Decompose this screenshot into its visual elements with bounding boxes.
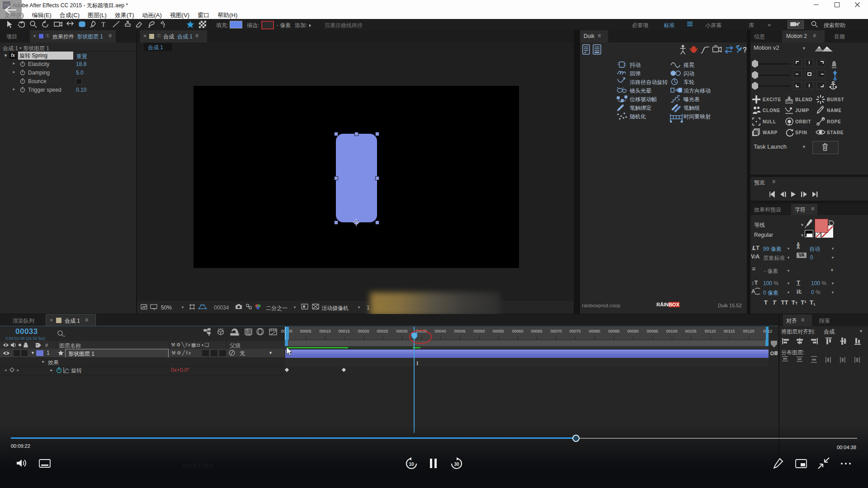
svg-text:10: 10: [409, 462, 414, 467]
svg-text:?: ?: [743, 46, 747, 54]
svg-text:T: T: [101, 21, 105, 28]
svg-text:#: #: [45, 343, 48, 348]
svg-text:30: 30: [454, 462, 459, 467]
